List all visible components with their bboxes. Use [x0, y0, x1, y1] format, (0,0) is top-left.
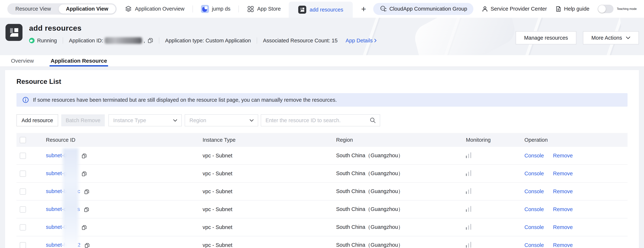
tab-overview[interactable]: Overview [11, 55, 34, 66]
manage-resources-label: Manage resources [524, 35, 568, 41]
resource-id-suffix: s [77, 206, 80, 212]
column-header-region: Region [333, 137, 462, 143]
console-link[interactable]: Console [524, 206, 544, 212]
resource-view-segment[interactable]: Resource View [8, 4, 58, 14]
remove-link[interactable]: Remove [553, 224, 573, 230]
console-link[interactable]: Console [524, 224, 544, 230]
select-all-checkbox[interactable] [20, 137, 26, 143]
batch-remove-button[interactable]: Batch Remove [61, 114, 105, 126]
info-icon [22, 97, 29, 103]
resource-id-link[interactable]: subnet-c s [46, 206, 80, 212]
copy-icon[interactable] [82, 153, 87, 159]
chat-icon [380, 5, 386, 12]
teaching-mode-toggle[interactable] [598, 5, 614, 13]
application-view-segment[interactable]: Application View [58, 4, 116, 14]
status-badge: Running [29, 38, 57, 44]
monitoring-chart-icon[interactable] [466, 224, 471, 230]
app-details-link[interactable]: App Details [346, 38, 377, 44]
console-link[interactable]: Console [524, 189, 544, 194]
table-body: subnet-0 vpc - Subnet South China（Guangz… [16, 147, 628, 248]
page-tabs: Overview Application Resource [0, 55, 644, 67]
remove-link[interactable]: Remove [553, 171, 573, 176]
resource-id-prefix: subnet-c [46, 206, 66, 212]
remove-link[interactable]: Remove [553, 189, 573, 194]
region-cell: South China（Guangzhou） [333, 188, 462, 195]
monitoring-chart-icon[interactable] [466, 242, 471, 248]
help-doc-icon [555, 6, 562, 12]
resource-id-suffix: c [78, 188, 80, 194]
copy-icon[interactable] [84, 243, 90, 248]
application-id-label: Application ID: [69, 38, 103, 44]
more-actions-label: More Actions [591, 35, 622, 41]
layers-icon [125, 5, 132, 12]
console-link[interactable]: Console [524, 153, 544, 159]
monitoring-chart-icon[interactable] [466, 152, 471, 158]
resource-id-link[interactable]: subnet-0 [46, 153, 78, 159]
instance-type-cell: vpc - Subnet [199, 224, 333, 230]
chevron-down-icon [250, 119, 254, 122]
region-cell: South China（Guangzhou） [333, 152, 462, 159]
monitoring-chart-icon[interactable] [466, 188, 471, 194]
row-checkbox[interactable] [20, 242, 26, 248]
nav-jump-ds[interactable]: jump ds [201, 5, 230, 13]
new-tab-button[interactable]: + [361, 5, 366, 13]
region-select[interactable]: Region [185, 114, 258, 126]
communication-group-button[interactable]: CloudApp Communication Group [373, 3, 474, 15]
instance-type-select[interactable]: Instance Type [108, 114, 182, 126]
row-checkbox[interactable] [20, 171, 26, 177]
tab-application-resource[interactable]: Application Resource [51, 55, 107, 66]
help-guide-link[interactable]: Help guide [555, 6, 590, 12]
divider [192, 5, 193, 12]
remove-link[interactable]: Remove [553, 153, 573, 159]
tab-add-resources[interactable]: add resources [289, 2, 353, 18]
copy-icon[interactable] [84, 207, 89, 212]
application-header: add resources Running Application ID: , … [0, 18, 644, 55]
manage-resources-button[interactable]: Manage resources [516, 31, 576, 44]
status-label: Running [37, 38, 57, 44]
page-title: add resources [29, 24, 377, 32]
row-checkbox[interactable] [20, 153, 26, 159]
region-placeholder: Region [190, 117, 206, 123]
chevron-down-icon [626, 36, 630, 39]
resource-count-text: Associated Resource Count: 15 [263, 38, 338, 44]
more-actions-button[interactable]: More Actions [583, 31, 639, 44]
resource-id-link[interactable]: subnet-b c [46, 188, 80, 194]
help-guide-label: Help guide [564, 6, 590, 12]
view-mode-toggle: Resource View Application View [7, 3, 117, 14]
resource-id-prefix: subnet-0 [46, 153, 66, 159]
search-icon[interactable] [370, 117, 376, 124]
instance-type-cell: vpc - Subnet [199, 206, 333, 212]
monitoring-chart-icon[interactable] [466, 206, 471, 212]
console-link[interactable]: Console [524, 171, 544, 176]
copy-icon[interactable] [82, 171, 87, 177]
search-input[interactable] [262, 117, 370, 123]
service-provider-center-link[interactable]: Service Provider Center [482, 6, 547, 12]
application-id-suffix: , [144, 38, 145, 44]
nav-application-overview[interactable]: Application Overview [125, 5, 184, 12]
nav-app-store[interactable]: App Store [247, 5, 281, 12]
region-cell: South China（Guangzhou） [333, 242, 462, 248]
table-header-row: Resource ID Instance Type Region Monitor… [16, 133, 628, 147]
row-checkbox[interactable] [20, 224, 26, 231]
resource-search [261, 114, 380, 126]
copy-icon[interactable] [148, 38, 153, 43]
remove-link[interactable]: Remove [553, 242, 573, 248]
copy-icon[interactable] [82, 225, 87, 230]
column-header-monitoring: Monitoring [462, 137, 521, 143]
top-navigation-bar: Resource View Application View Applicati… [0, 0, 644, 18]
monitoring-chart-icon[interactable] [466, 170, 471, 176]
row-checkbox[interactable] [20, 206, 26, 213]
jump-ds-icon [201, 5, 209, 13]
row-checkbox[interactable] [20, 189, 26, 195]
console-link[interactable]: Console [524, 242, 544, 248]
copy-icon[interactable] [84, 189, 89, 195]
resource-id-link[interactable]: subnet-g [46, 170, 78, 176]
add-resource-button[interactable]: Add resource [16, 114, 58, 126]
remove-link[interactable]: Remove [553, 206, 573, 212]
resource-id-link[interactable]: subnet-h 2 [46, 242, 80, 248]
resource-id-link[interactable]: subnet-0 [46, 224, 78, 230]
info-banner-text: If some resources have been terminated b… [33, 97, 337, 103]
app-logo-icon [298, 6, 306, 14]
resource-table: Resource ID Instance Type Region Monitor… [16, 133, 628, 248]
instance-type-cell: vpc - Subnet [199, 242, 333, 248]
